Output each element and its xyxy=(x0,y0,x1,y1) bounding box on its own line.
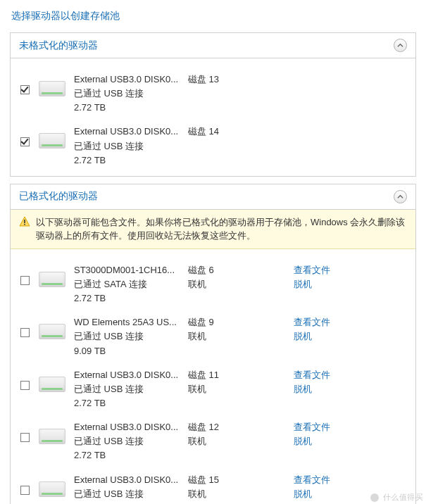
drive-connection: 已通过 SATA 连接 xyxy=(74,277,180,291)
drive-row: External USB3.0 DISK0... 已通过 USB 连接 2.72… xyxy=(19,120,407,174)
drive-name: WD Elements 25A3 US... xyxy=(74,315,180,329)
drive-checkbox[interactable] xyxy=(20,276,30,285)
hdd-icon xyxy=(37,125,67,149)
drive-name: External USB3.0 DISK0... xyxy=(74,473,180,487)
drive-size: 2.72 TB xyxy=(74,448,180,462)
drive-list-unformatted: External USB3.0 DISK0... 已通过 USB 连接 2.72… xyxy=(11,58,415,176)
view-files-link[interactable]: 查看文件 xyxy=(294,263,336,277)
drive-checkbox[interactable] xyxy=(20,85,30,94)
drive-connection: 已通过 USB 连接 xyxy=(74,382,180,396)
drive-list-formatted: ST3000DM001-1CH16... 已通过 SATA 连接 2.72 TB… xyxy=(11,249,415,504)
collapse-button[interactable] xyxy=(394,39,407,52)
drive-name: ST3000DM001-1CH16... xyxy=(74,263,180,277)
drive-connection: 已通过 USB 连接 xyxy=(74,139,180,153)
drive-checkbox[interactable] xyxy=(20,433,30,442)
chevron-up-icon xyxy=(397,194,403,200)
drive-status: 联机 xyxy=(188,382,227,396)
watermark: 什么值得买 xyxy=(370,492,424,503)
panel-header-unformatted[interactable]: 未格式化的驱动器 xyxy=(11,33,415,58)
drive-size: 2.72 TB xyxy=(74,153,180,168)
collapse-button[interactable] xyxy=(394,190,407,203)
drive-size: 2.72 TB xyxy=(74,396,180,410)
drive-row: WD Elements 25A3 US... 已通过 USB 连接 9.09 T… xyxy=(19,311,407,363)
drive-checkbox[interactable] xyxy=(20,381,30,390)
drive-name: External USB3.0 DISK0... xyxy=(74,73,180,87)
offline-link[interactable]: 脱机 xyxy=(294,487,336,501)
panel-header-formatted[interactable]: 已格式化的驱动器 xyxy=(11,184,415,210)
drive-checkbox[interactable] xyxy=(20,486,30,495)
drive-name: External USB3.0 DISK0... xyxy=(74,368,180,382)
view-files-link[interactable]: 查看文件 xyxy=(294,420,336,434)
drive-status: 联机 xyxy=(188,434,227,448)
drive-status: 联机 xyxy=(188,487,227,501)
warning-text: 以下驱动器可能包含文件。如果你将已格式化的驱动器用于存储池，Windows 会永… xyxy=(36,215,407,243)
drive-disk-number: 磁盘 15 xyxy=(188,473,227,487)
panel-formatted: 已格式化的驱动器 以下驱动器可能包含文件。如果你将已格式化的驱动器用于存储池，W… xyxy=(10,184,416,504)
offline-link[interactable]: 脱机 xyxy=(294,434,336,448)
offline-link[interactable]: 脱机 xyxy=(294,277,336,291)
view-files-link[interactable]: 查看文件 xyxy=(294,473,336,487)
panel-title-formatted: 已格式化的驱动器 xyxy=(19,190,98,203)
drive-size: 9.09 TB xyxy=(74,344,180,358)
drive-row: ST3000DM001-1CH16... 已通过 SATA 连接 2.72 TB… xyxy=(19,259,407,311)
offline-link[interactable]: 脱机 xyxy=(294,329,336,344)
drive-disk-number: 磁盘 13 xyxy=(188,73,227,87)
warning-icon xyxy=(19,216,30,227)
drive-connection: 已通过 USB 连接 xyxy=(74,434,180,448)
drive-disk-number: 磁盘 14 xyxy=(188,125,227,139)
drive-row: External USB3.0 DISK0... 已通过 USB 连接 2.72… xyxy=(19,469,407,504)
drive-connection: 已通过 USB 连接 xyxy=(74,329,180,344)
drive-size: 2.72 TB xyxy=(74,291,180,305)
drive-size: 2.72 TB xyxy=(74,101,180,115)
warning-bar: 以下驱动器可能包含文件。如果你将已格式化的驱动器用于存储池，Windows 会永… xyxy=(11,210,415,249)
drive-row: External USB3.0 DISK0... 已通过 USB 连接 2.72… xyxy=(19,68,407,120)
watermark-text: 什么值得买 xyxy=(383,492,424,503)
drive-row: External USB3.0 DISK0... 已通过 USB 连接 2.72… xyxy=(19,364,407,416)
panel-title-unformatted: 未格式化的驱动器 xyxy=(19,39,98,52)
drive-name: External USB3.0 DISK0... xyxy=(74,420,180,434)
hdd-icon xyxy=(37,368,67,392)
view-files-link[interactable]: 查看文件 xyxy=(294,368,336,382)
hdd-icon xyxy=(37,73,67,96)
page-title: 选择驱动器以创建存储池 xyxy=(0,7,426,32)
offline-link[interactable]: 脱机 xyxy=(294,382,336,396)
svg-rect-1 xyxy=(24,224,25,225)
hdd-icon xyxy=(37,420,67,444)
hdd-icon xyxy=(37,315,67,339)
drive-row: External USB3.0 DISK0... 已通过 USB 连接 2.72… xyxy=(19,416,407,468)
svg-rect-0 xyxy=(24,220,25,223)
drive-checkbox[interactable] xyxy=(20,328,30,337)
drive-connection: 已通过 USB 连接 xyxy=(74,87,180,101)
drive-checkbox[interactable] xyxy=(20,137,30,146)
drive-connection: 已通过 USB 连接 xyxy=(74,487,180,501)
hdd-icon xyxy=(37,473,67,497)
drive-size: 2.72 TB xyxy=(74,501,180,504)
drive-status: 联机 xyxy=(188,277,227,291)
drive-disk-number: 磁盘 12 xyxy=(188,420,227,434)
drive-name: External USB3.0 DISK0... xyxy=(74,125,180,139)
chevron-up-icon xyxy=(397,42,403,49)
drive-disk-number: 磁盘 11 xyxy=(188,368,227,382)
hdd-icon xyxy=(37,263,67,287)
view-files-link[interactable]: 查看文件 xyxy=(294,315,336,329)
drive-disk-number: 磁盘 9 xyxy=(188,315,227,329)
drive-disk-number: 磁盘 6 xyxy=(188,263,227,277)
panel-unformatted: 未格式化的驱动器 External USB3.0 DISK0... 已通过 US… xyxy=(10,32,416,177)
drive-status: 联机 xyxy=(188,329,227,344)
